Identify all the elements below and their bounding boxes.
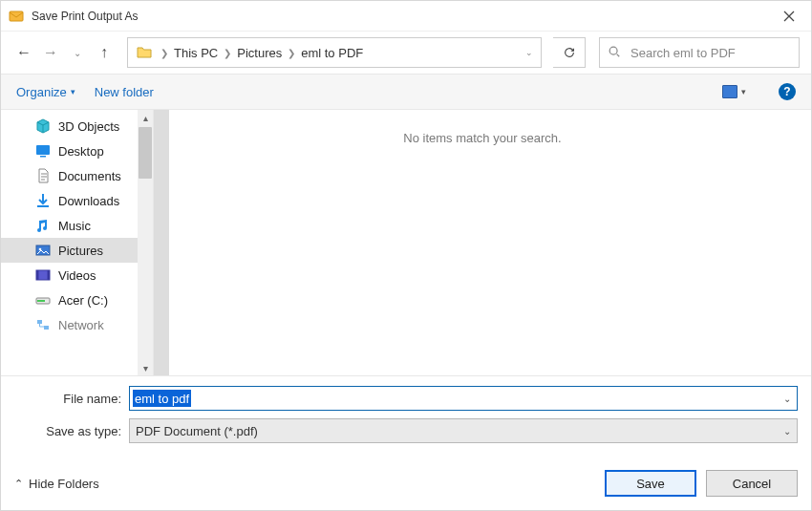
pictures-icon xyxy=(35,243,51,258)
download-icon xyxy=(35,193,51,208)
svg-rect-12 xyxy=(37,320,42,324)
sidebar-scrollbar[interactable]: ▴ ▾ xyxy=(138,110,153,375)
svg-rect-8 xyxy=(36,270,39,280)
sidebar-item-label: Documents xyxy=(58,169,121,183)
chevron-down-icon[interactable]: ⌄ xyxy=(783,394,791,404)
svg-rect-4 xyxy=(37,205,49,207)
chevron-up-icon: ⌃ xyxy=(14,478,23,490)
save-type-row: Save as type: PDF Document (*.pdf) ⌄ xyxy=(14,418,798,443)
up-button[interactable]: ↑ xyxy=(93,39,116,66)
save-type-combo[interactable]: PDF Document (*.pdf) ⌄ xyxy=(129,418,798,443)
sidebar-item-documents[interactable]: Documents xyxy=(1,163,153,188)
chevron-down-icon[interactable]: ⌄ xyxy=(783,426,791,436)
svg-rect-3 xyxy=(40,156,46,158)
search-icon xyxy=(608,45,621,61)
sidebar: 3D Objects Desktop Documents Downloads M… xyxy=(1,110,154,375)
organize-label: Organize xyxy=(16,85,67,99)
search-input[interactable] xyxy=(629,45,793,61)
sidebar-item-label: Acer (C:) xyxy=(58,293,108,308)
sidebar-item-label: Downloads xyxy=(58,194,119,208)
svg-rect-9 xyxy=(48,270,51,280)
sidebar-item-label: 3D Objects xyxy=(58,119,119,134)
chevron-right-icon: ❯ xyxy=(288,48,295,58)
hide-folders-button[interactable]: ⌃ Hide Folders xyxy=(14,477,99,491)
file-list-area: No items match your search. xyxy=(154,110,811,375)
svg-rect-11 xyxy=(37,300,45,302)
network-icon xyxy=(35,317,51,332)
body: 3D Objects Desktop Documents Downloads M… xyxy=(1,110,811,375)
scroll-down-icon[interactable]: ▾ xyxy=(138,360,153,375)
form-area: File name: eml to pdf ⌄ Save as type: PD… xyxy=(1,375,811,457)
address-dropdown-icon[interactable]: ⌄ xyxy=(522,48,537,57)
sidebar-item-network[interactable]: Network xyxy=(1,312,153,337)
sidebar-item-label: Music xyxy=(58,219,91,233)
refresh-button[interactable] xyxy=(553,37,586,68)
sidebar-item-label: Network xyxy=(58,318,104,332)
app-envelope-icon xyxy=(9,9,24,24)
folder-icon xyxy=(136,44,153,61)
desktop-icon xyxy=(35,143,51,159)
help-label: ? xyxy=(783,85,790,98)
cube-icon xyxy=(35,118,51,134)
scroll-thumb[interactable] xyxy=(139,127,152,179)
breadcrumb: ❯ This PC ❯ Pictures ❯ eml to PDF xyxy=(160,46,522,60)
save-button[interactable]: Save xyxy=(605,470,696,497)
view-icon xyxy=(722,85,737,98)
sidebar-item-label: Desktop xyxy=(58,144,104,159)
titlebar: Save Print Output As xyxy=(1,1,811,32)
video-icon xyxy=(35,267,51,283)
navbar: ← → ⌄ ↑ ❯ This PC ❯ Pictures ❯ eml to PD… xyxy=(1,32,811,74)
file-name-combo[interactable]: eml to pdf ⌄ xyxy=(129,386,798,411)
svg-point-1 xyxy=(609,47,617,54)
breadcrumb-item[interactable]: Pictures xyxy=(237,46,282,60)
sidebar-item-pictures[interactable]: Pictures xyxy=(1,238,153,263)
empty-message: No items match your search. xyxy=(154,131,811,145)
file-name-input[interactable] xyxy=(130,392,797,406)
sidebar-item-desktop[interactable]: Desktop xyxy=(1,138,153,163)
svg-rect-13 xyxy=(44,326,49,330)
chevron-right-icon: ❯ xyxy=(224,48,231,58)
chevron-down-icon: ▾ xyxy=(71,87,75,96)
back-button[interactable]: ← xyxy=(12,39,35,66)
svg-rect-2 xyxy=(36,145,50,155)
address-bar[interactable]: ❯ This PC ❯ Pictures ❯ eml to PDF ⌄ xyxy=(127,37,542,68)
svg-rect-0 xyxy=(10,11,23,21)
cancel-button[interactable]: Cancel xyxy=(706,470,798,497)
breadcrumb-item[interactable]: This PC xyxy=(174,46,218,60)
sidebar-item-drive-c[interactable]: Acer (C:) xyxy=(1,287,153,312)
music-icon xyxy=(35,218,51,233)
hide-folders-label: Hide Folders xyxy=(29,477,99,491)
save-dialog: Save Print Output As ← → ⌄ ↑ ❯ This PC ❯… xyxy=(0,0,812,511)
sidebar-item-music[interactable]: Music xyxy=(1,213,153,238)
close-button[interactable] xyxy=(767,1,811,32)
chevron-right-icon: ❯ xyxy=(160,48,168,58)
save-type-value: PDF Document (*.pdf) xyxy=(136,424,258,438)
sidebar-item-3d-objects[interactable]: 3D Objects xyxy=(1,114,153,138)
file-name-value: eml to pdf xyxy=(133,390,191,407)
scroll-up-icon[interactable]: ▴ xyxy=(138,110,153,125)
organize-button[interactable]: Organize ▾ xyxy=(16,85,75,99)
sidebar-item-downloads[interactable]: Downloads xyxy=(1,188,153,213)
cancel-label: Cancel xyxy=(733,477,771,491)
breadcrumb-item[interactable]: eml to PDF xyxy=(301,46,363,60)
search-box[interactable] xyxy=(599,37,800,68)
file-name-label: File name: xyxy=(14,392,129,406)
file-name-row: File name: eml to pdf ⌄ xyxy=(14,386,798,411)
forward-button[interactable]: → xyxy=(39,39,62,66)
new-folder-button[interactable]: New folder xyxy=(95,85,154,99)
sidebar-item-label: Videos xyxy=(58,268,96,283)
save-label: Save xyxy=(636,477,665,491)
footer: ⌃ Hide Folders Save Cancel xyxy=(1,457,811,510)
chevron-down-icon: ▾ xyxy=(741,87,746,96)
recent-locations-button[interactable]: ⌄ xyxy=(66,39,89,66)
view-options-button[interactable]: ▾ xyxy=(722,85,746,98)
save-type-label: Save as type: xyxy=(14,424,129,438)
sidebar-item-label: Pictures xyxy=(58,244,103,258)
toolbar: Organize ▾ New folder ▾ ? xyxy=(1,74,811,110)
nav-tree: 3D Objects Desktop Documents Downloads M… xyxy=(1,110,153,341)
new-folder-label: New folder xyxy=(95,85,154,99)
sidebar-item-videos[interactable]: Videos xyxy=(1,263,153,287)
window-title: Save Print Output As xyxy=(32,10,767,23)
help-button[interactable]: ? xyxy=(779,83,796,100)
drive-icon xyxy=(35,292,51,308)
